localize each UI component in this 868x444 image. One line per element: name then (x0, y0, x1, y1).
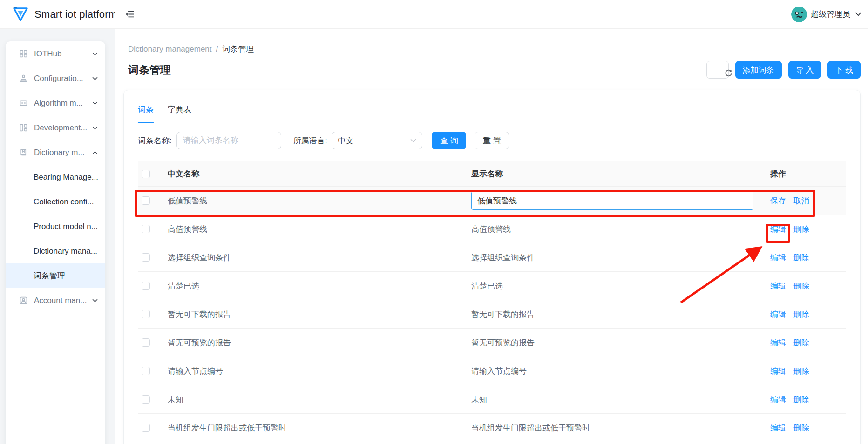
table-row: 高值预警线 高值预警线 编辑 删除 (138, 215, 846, 243)
delete-link[interactable]: 删除 (793, 366, 809, 377)
reset-button[interactable]: 重 置 (475, 132, 509, 149)
algorithm-icon (20, 99, 28, 108)
row-checkbox[interactable] (142, 225, 150, 233)
chevron-down-icon (855, 12, 861, 16)
cell-display-name: 高值预警线 (468, 224, 766, 235)
row-checkbox[interactable] (142, 196, 150, 205)
table-row: 暂无可预览的报告 暂无可预览的报告 编辑 删除 (138, 329, 846, 357)
sidebar-item-algorithm[interactable]: Algorithm m... (6, 91, 105, 115)
app-logo-icon (12, 6, 29, 23)
sidebar-item-product-model[interactable]: Product model n... (6, 214, 105, 239)
save-link[interactable]: 保存 (770, 195, 786, 206)
tab-dictionary[interactable]: 字典表 (168, 104, 191, 123)
row-checkbox[interactable] (142, 310, 150, 318)
user-avatar (791, 7, 807, 22)
download-button[interactable]: 下 载 (827, 61, 861, 79)
sidebar-item-collection-config[interactable]: Collection confi... (6, 189, 105, 214)
import-button[interactable]: 导 入 (788, 61, 821, 79)
cell-chinese-name: 暂无可下载的报告 (164, 309, 468, 320)
edit-link[interactable]: 编辑 (770, 423, 786, 433)
chevron-up-icon (92, 151, 98, 155)
entry-name-input[interactable] (176, 132, 281, 149)
display-name-edit-input[interactable] (471, 191, 753, 210)
chevron-down-icon (92, 52, 98, 56)
edit-link[interactable]: 编辑 (770, 366, 786, 377)
sidebar-item-development[interactable]: Development... (6, 115, 105, 140)
language-select[interactable]: 中文 (332, 132, 422, 149)
grid-icon (20, 50, 28, 58)
config-icon (20, 74, 28, 83)
refresh-icon (702, 60, 732, 80)
edit-link[interactable]: 编辑 (770, 281, 786, 291)
delete-link[interactable]: 删除 (793, 252, 809, 263)
add-entry-button[interactable]: 添加词条 (735, 61, 782, 79)
sidebar-item-label: Collection confi... (34, 197, 94, 207)
sidebar-item-dictionary-management[interactable]: Dictionary mana... (6, 239, 105, 263)
cell-display-name: 当机组发生门限超出或低于预警时 (468, 423, 766, 433)
column-header-operations: 操作 (766, 168, 847, 179)
menu-fold-icon[interactable] (122, 7, 136, 21)
user-menu[interactable]: 超级管理员 (791, 7, 868, 22)
table-header-row: 中文名称 显示名称 操作 (138, 161, 846, 187)
table-row: 选择组织查询条件 选择组织查询条件 编辑 删除 (138, 243, 846, 272)
sidebar-item-label: Configuratio... (34, 74, 83, 83)
sidebar-item-dictionary[interactable]: Dictionary m... (6, 140, 105, 165)
row-checkbox[interactable] (142, 367, 150, 375)
select-all-checkbox[interactable] (142, 170, 150, 178)
sidebar-item-iothub[interactable]: IOTHub (6, 41, 105, 66)
app-header: Smart iot platform 超级管理员 (0, 0, 868, 29)
edit-link[interactable]: 编辑 (770, 309, 786, 320)
sidebar: IOTHub Configuratio... Algorithm m... (6, 41, 105, 444)
toolbar: 添加词条 导 入 下 载 (706, 61, 861, 79)
row-checkbox[interactable] (142, 253, 150, 262)
delete-link[interactable]: 删除 (793, 224, 809, 235)
table-row: 当机组发生门限超出或低于预警时 当机组发生门限超出或低于预警时 编辑 删除 (138, 414, 846, 442)
cell-chinese-name: 暂无可预览的报告 (164, 337, 468, 348)
row-checkbox[interactable] (142, 338, 150, 347)
chevron-down-icon (92, 101, 98, 105)
edit-link[interactable]: 编辑 (770, 394, 786, 405)
refresh-button[interactable] (706, 61, 729, 79)
sidebar-item-label: Product model n... (34, 222, 98, 231)
cell-chinese-name: 高值预警线 (164, 224, 468, 235)
cancel-link[interactable]: 取消 (793, 195, 809, 206)
delete-link[interactable]: 删除 (793, 423, 809, 433)
tab-bar: 词条 字典表 (138, 104, 846, 123)
edit-link[interactable]: 编辑 (770, 252, 786, 263)
column-header-chinese-name: 中文名称 (164, 168, 468, 179)
brand: Smart iot platform (0, 0, 115, 29)
cell-chinese-name: 选择组织查询条件 (164, 252, 468, 263)
delete-link[interactable]: 删除 (793, 394, 809, 405)
chevron-down-icon (410, 139, 416, 143)
cell-chinese-name: 未知 (164, 394, 468, 405)
sidebar-item-bearing-management[interactable]: Bearing Manage... (6, 165, 105, 189)
chevron-down-icon (92, 77, 98, 81)
row-checkbox[interactable] (142, 282, 150, 290)
language-label: 所属语言: (293, 135, 327, 146)
column-header-display-name: 显示名称 (468, 168, 766, 179)
sidebar-item-configuration[interactable]: Configuratio... (6, 66, 105, 91)
sidebar-item-label: Dictionary mana... (34, 247, 97, 256)
tab-entries[interactable]: 词条 (138, 104, 154, 123)
sidebar-item-account[interactable]: Account man... (6, 288, 105, 313)
row-checkbox[interactable] (142, 395, 150, 404)
dictionary-icon (20, 148, 28, 157)
sidebar-item-label: 词条管理 (34, 270, 65, 281)
breadcrumb-parent[interactable]: Dictionary management (128, 45, 212, 54)
table-row: 暂无可下载的报告 暂无可下载的报告 编辑 删除 (138, 300, 846, 329)
delete-link[interactable]: 删除 (793, 281, 809, 291)
edit-link[interactable]: 编辑 (770, 224, 786, 235)
sidebar-item-entry-management[interactable]: 词条管理 (6, 263, 105, 288)
cell-chinese-name: 当机组发生门限超出或低于预警时 (164, 423, 468, 433)
delete-link[interactable]: 删除 (793, 309, 809, 320)
search-button[interactable]: 查 询 (432, 132, 466, 149)
sidebar-item-label: Algorithm m... (34, 99, 83, 108)
cell-display-name: 选择组织查询条件 (468, 252, 766, 263)
table-row: 低值预警线 保存 取消 (138, 187, 846, 215)
entries-table: 中文名称 显示名称 操作 低值预警线 保存 取消 高值预警线 (138, 161, 846, 442)
sidebar-background: IOTHub Configuratio... Algorithm m... (0, 29, 115, 444)
edit-link[interactable]: 编辑 (770, 337, 786, 348)
entry-name-label: 词条名称: (138, 135, 172, 146)
row-checkbox[interactable] (142, 424, 150, 432)
delete-link[interactable]: 删除 (793, 337, 809, 348)
